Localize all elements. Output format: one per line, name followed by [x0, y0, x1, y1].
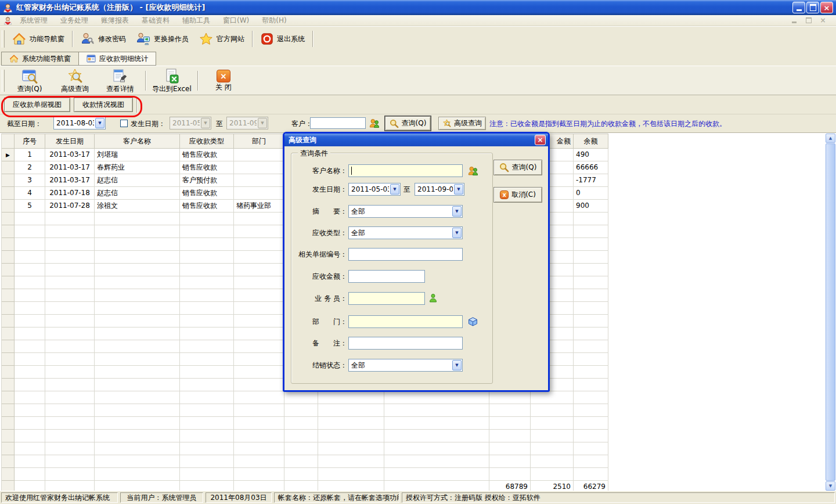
query-button[interactable]: 查询(Q)	[7, 67, 52, 93]
grid-cell[interactable]: 赵志信	[95, 174, 180, 187]
grid-cell[interactable]: 4	[15, 187, 45, 200]
row-selector[interactable]	[2, 174, 15, 187]
grid-cell[interactable]: 1	[15, 149, 45, 161]
dialog-query-button[interactable]: 查询(Q)	[493, 160, 542, 175]
summary-select[interactable]: 全部 ▼	[348, 205, 463, 218]
customer-name-input[interactable]	[348, 164, 463, 177]
row-selector[interactable]	[2, 161, 15, 174]
advanced-query-button[interactable]: 高级查询	[52, 67, 98, 93]
grid-cell[interactable]: 刘堪瑞	[95, 149, 180, 161]
grid-cell[interactable]: 0	[574, 187, 608, 200]
grid-cell[interactable]: 销售应收款	[180, 149, 234, 161]
column-header[interactable]: 余额	[574, 134, 608, 149]
grid-cell[interactable]: 5	[15, 200, 45, 213]
restore-button[interactable]	[806, 2, 819, 13]
menu-item-window[interactable]: 窗口(W)	[217, 16, 255, 26]
grid-cell[interactable]	[234, 149, 284, 161]
row-selector[interactable]	[2, 200, 15, 213]
menu-item-reports[interactable]: 账簿报表	[95, 16, 135, 26]
grid-cell[interactable]: 春辉药业	[95, 161, 180, 174]
grid-cell[interactable]: -1777	[574, 174, 608, 187]
grid-cell[interactable]: 2011-03-17	[45, 161, 95, 174]
grid-cell[interactable]: 涂祖文	[95, 200, 180, 213]
filter-query-button[interactable]: 查询(Q)	[385, 116, 431, 131]
grid-cell[interactable]: 销售应收款	[180, 187, 234, 200]
column-header[interactable]	[2, 134, 15, 149]
grid-cell[interactable]: 2011-07-18	[45, 187, 95, 200]
receivable-amount-input[interactable]	[348, 270, 425, 283]
customer-input[interactable]	[310, 117, 366, 129]
grid-cell[interactable]: 赵志信	[95, 187, 180, 200]
view-collection-status-button[interactable]: 收款情况视图	[74, 98, 133, 112]
grid-cell[interactable]: 2011-07-28	[45, 200, 95, 213]
dialog-close-button[interactable]: ×	[535, 135, 546, 145]
dialog-title-bar[interactable]: 高级查询 ×	[284, 134, 548, 146]
filter-advanced-button[interactable]: 高级查询	[438, 117, 486, 130]
grid-cell[interactable]	[234, 161, 284, 174]
menu-item-help[interactable]: 帮助(H)	[255, 16, 293, 26]
scroll-up-button[interactable]: ▲	[826, 134, 835, 143]
doc-number-input[interactable]	[348, 248, 463, 261]
minimize-button[interactable]	[792, 2, 805, 13]
close-button[interactable]: ×	[820, 2, 833, 13]
grid-cell[interactable]: 猪药事业部	[234, 200, 284, 213]
salesman-input[interactable]	[348, 292, 425, 305]
mdi-close-button[interactable]: ×	[818, 16, 828, 24]
grid-cell[interactable]: 2	[15, 161, 45, 174]
chevron-down-icon[interactable]: ▼	[452, 228, 462, 238]
date-from-combo[interactable]: 2011-05-03 ▼	[348, 183, 401, 196]
column-header[interactable]: 部门	[234, 134, 284, 149]
column-header[interactable]: 序号	[15, 134, 45, 149]
tab-system-nav[interactable]: 系统功能导航窗	[1, 52, 79, 66]
grid-cell[interactable]: 2011-03-17	[45, 149, 95, 161]
customer-picker-people-icon[interactable]	[369, 118, 380, 128]
export-excel-button[interactable]: 导出到Excel	[149, 67, 195, 93]
menu-item-tools[interactable]: 辅助工具	[176, 16, 217, 26]
chevron-down-icon[interactable]: ▼	[390, 184, 399, 195]
tab-receivables-detail[interactable]: 应收款明细统计	[79, 52, 156, 66]
date-range-checkbox[interactable]	[120, 120, 128, 127]
official-website-button[interactable]: 官方网站	[194, 30, 250, 48]
department-input[interactable]	[348, 315, 463, 328]
grid-cell[interactable]: 66666	[574, 161, 608, 174]
column-header[interactable]: 发生日期	[45, 134, 95, 149]
settle-status-select[interactable]: 全部 ▼	[348, 359, 463, 372]
chevron-down-icon[interactable]: ▼	[452, 206, 462, 217]
date-to-combo[interactable]: 2011-09-03 ▼	[415, 183, 464, 196]
customer-picker-people-icon[interactable]	[468, 165, 478, 176]
column-header[interactable]: 应收款类型	[180, 134, 234, 149]
grid-cell[interactable]	[234, 187, 284, 200]
grid-cell[interactable]: 销售应收款	[180, 161, 234, 174]
row-selector[interactable]: ▶	[2, 149, 15, 161]
view-receivable-docs-button[interactable]: 应收款单据视图	[4, 98, 70, 112]
mdi-minimize-button[interactable]	[789, 16, 799, 24]
receivable-type-select[interactable]: 全部 ▼	[348, 226, 463, 239]
mdi-restore-button[interactable]	[803, 16, 813, 24]
column-header[interactable]: 客户名称	[95, 134, 180, 149]
grid-cell[interactable]: 3	[15, 174, 45, 187]
grid-cell[interactable]: 销售应收款	[180, 200, 234, 213]
chevron-down-icon[interactable]: ▼	[454, 184, 463, 195]
chevron-down-icon[interactable]: ▼	[452, 360, 462, 370]
switch-operator-button[interactable]: 更换操作员	[131, 30, 194, 48]
chevron-down-icon[interactable]: ▼	[95, 118, 105, 128]
scroll-down-button[interactable]: ▼	[826, 481, 835, 491]
grid-cell[interactable]: 客户预付款	[180, 174, 234, 187]
nav-window-button[interactable]: 功能导航窗	[7, 30, 70, 48]
cutoff-date-combo[interactable]: 2011-08-03 ▼	[53, 117, 106, 129]
menu-item-system[interactable]: 系统管理	[13, 16, 54, 26]
menu-item-basedata[interactable]: 基础资料	[135, 16, 176, 26]
grid-cell[interactable]: 490	[574, 149, 608, 161]
dialog-cancel-button[interactable]: x 取消(C)	[493, 187, 542, 203]
department-picker-book-icon[interactable]	[467, 316, 478, 327]
grid-cell[interactable]	[234, 174, 284, 187]
close-view-button[interactable]: × 关 闭	[201, 69, 246, 92]
view-detail-button[interactable]: 查看详情	[98, 67, 143, 93]
scrollbar-thumb[interactable]	[826, 143, 835, 481]
menu-item-business[interactable]: 业务处理	[54, 16, 95, 26]
grid-cell[interactable]: 900	[574, 200, 608, 213]
remark-input[interactable]	[348, 337, 463, 350]
grid-cell[interactable]: 2011-03-17	[45, 174, 95, 187]
change-password-button[interactable]: 修改密码	[75, 30, 131, 48]
salesman-picker-person-icon[interactable]	[428, 293, 438, 303]
